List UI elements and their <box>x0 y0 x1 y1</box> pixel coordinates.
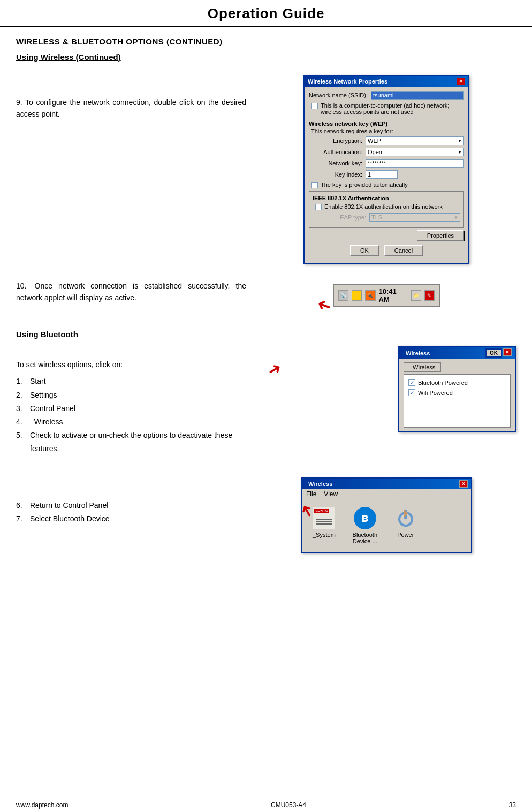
page-title: Operation Guide <box>0 5 532 22</box>
auth-select[interactable]: Open ▼ <box>366 148 464 156</box>
explorer-icons-area: CONFIG _System ʙ BluetoothDevice ... <box>302 499 471 552</box>
taskbar-area: 📡 ⚡ 🔌 10:41 AM 📁 ✎ <box>333 280 440 311</box>
bluetooth-icon: ʙ <box>354 507 376 529</box>
cancel-button[interactable]: Cancel <box>384 245 423 256</box>
bluetooth-left: Using Bluetooth To set wireless options,… <box>16 330 246 456</box>
list-item: 2.Settings <box>16 389 246 402</box>
subsection-bluetooth: Using Bluetooth <box>16 330 246 344</box>
footer-page-number: 33 <box>509 801 516 809</box>
wireless-titlebar-buttons: OK ✕ <box>485 348 512 358</box>
step10-text: 10. Once network connection is establish… <box>16 280 246 304</box>
explorer-titlebar: _Wireless ✕ <box>302 479 471 489</box>
steps-6-7-left: 6.Return to Control Panel 7.Select Bluet… <box>16 477 246 526</box>
eap-row: EAP type: TLS ▼ <box>313 213 460 222</box>
taskbar-icon-2: ⚡ <box>352 290 362 301</box>
bluetooth-powered-label: Bluetooth Powered <box>418 380 468 386</box>
adhoc-checkbox[interactable] <box>311 103 318 109</box>
list-item: 6.Return to Control Panel <box>16 499 246 512</box>
step9-left: 9. To configure the network connection, … <box>16 75 246 269</box>
wifi-powered-label: Wifi Powered <box>418 390 453 396</box>
network-name-label: Network name (SSID): <box>309 92 368 98</box>
dialog-title: Wireless Network Properties <box>308 78 387 85</box>
steps-6-7-section: 6.Return to Control Panel 7.Select Bluet… <box>16 477 516 553</box>
bluetooth-section: Using Bluetooth To set wireless options,… <box>16 330 516 456</box>
wifi-powered-checkbox[interactable]: ✓ <box>408 389 415 396</box>
subsection-wireless-title: Using Wireless (Continued) <box>16 52 121 62</box>
list-item: 1.Start <box>16 375 246 388</box>
explorer-titlebar-buttons: ✕ <box>459 480 468 488</box>
wep-section-label: Wireless network key (WEP) <box>309 118 464 127</box>
key-index-input[interactable]: 1 <box>366 170 398 179</box>
explorer-menubar[interactable]: File View <box>302 489 471 499</box>
footer-website[interactable]: www.daptech.com <box>16 801 68 809</box>
bluetooth-right: _Wireless OK ✕ _Wireless ✓ Bluetooth Pow… <box>257 330 516 432</box>
adhoc-checkbox-label: This is a computer-to-computer (ad hoc) … <box>321 102 464 115</box>
power-icon <box>394 507 417 529</box>
encryption-select[interactable]: WEP ▼ <box>366 136 464 145</box>
wireless-content-area: ✓ Bluetooth Powered ✓ Wifi Powered <box>404 374 511 428</box>
encryption-label: Encryption: <box>309 138 362 144</box>
explorer-close-button[interactable]: ✕ <box>459 480 468 488</box>
bluetooth-device-icon-item[interactable]: ʙ BluetoothDevice ... <box>346 507 384 544</box>
ok-button[interactable]: OK <box>350 245 379 256</box>
dialog-titlebar: Wireless Network Properties ✕ <box>305 76 468 87</box>
step9-section: 9. To configure the network connection, … <box>16 75 516 269</box>
section-title: WIRELESS & BLUETOOTH OPTIONS (CONTINUED) <box>16 37 516 46</box>
list-item: 3.Control Panel <box>16 402 246 415</box>
titlebar-buttons: ✕ <box>457 78 465 85</box>
ieee-section: IEEE 802.1X Authentication Enable 802.1X… <box>309 191 464 228</box>
menu-file[interactable]: File <box>306 490 316 498</box>
auth-arrow: ▼ <box>458 150 462 155</box>
eap-select[interactable]: TLS ▼ <box>369 213 460 222</box>
subsection-bluetooth-title: Using Bluetooth <box>16 330 78 339</box>
menu-view[interactable]: View <box>324 490 338 498</box>
page-footer: www.daptech.com CMU053-A4 33 <box>0 798 532 812</box>
page-header: Operation Guide <box>0 0 532 27</box>
wifi-powered-row: ✓ Wifi Powered <box>408 389 506 396</box>
list-item: 5.Check to activate or un-check the opti… <box>16 429 246 456</box>
power-icon-item[interactable]: Power <box>394 507 417 538</box>
network-key-label: Network key: <box>309 160 362 166</box>
properties-btn-row: Properties <box>309 230 464 241</box>
wireless-dialog-body: _Wireless ✓ Bluetooth Powered ✓ Wifi Pow… <box>399 359 515 431</box>
bottom-spacer <box>16 558 516 601</box>
taskbar-clock: 📡 ⚡ 🔌 10:41 AM 📁 ✎ <box>333 284 440 307</box>
bluetooth-steps-list: 1.Start 2.Settings 3.Control Panel 4._Wi… <box>16 375 246 456</box>
ieee-checkbox-row: Enable 802.1X authentication on this net… <box>313 203 460 210</box>
step10-left: 10. Once network connection is establish… <box>16 275 246 308</box>
auto-key-checkbox-row: The key is provided automatically <box>309 181 464 188</box>
ieee-section-title: IEEE 802.1X Authentication <box>313 195 460 201</box>
step10-right: 📡 ⚡ 🔌 10:41 AM 📁 ✎ <box>257 275 516 311</box>
encryption-row: Encryption: WEP ▼ <box>309 136 464 145</box>
wireless-close-button[interactable]: ✕ <box>503 348 512 356</box>
wireless-ok-button[interactable]: OK <box>485 348 502 358</box>
subsection-wireless: Using Wireless (Continued) <box>16 52 516 67</box>
step10-section: 10. Once network connection is establish… <box>16 275 516 311</box>
auto-key-checkbox[interactable] <box>311 182 318 188</box>
bluetooth-intro-text: To set wireless options, click on: <box>16 359 246 370</box>
bluetooth-device-label: BluetoothDevice ... <box>353 532 377 544</box>
auto-key-label: The key is provided automatically <box>321 181 408 188</box>
network-name-input[interactable]: tsunami <box>371 91 464 100</box>
taskbar-icon-3: 🔌 <box>365 290 375 301</box>
bluetooth-powered-checkbox[interactable]: ✓ <box>408 379 415 386</box>
wireless-small-dialog: _Wireless OK ✕ _Wireless ✓ Bluetooth Pow… <box>398 346 516 432</box>
properties-button[interactable]: Properties <box>417 230 464 241</box>
dialog-buttons: OK Cancel <box>309 245 464 259</box>
steps-6-7-right: _Wireless ✕ File View CONFIG <box>257 477 516 553</box>
explorer-dialog: _Wireless ✕ File View CONFIG <box>301 477 472 553</box>
system-label: _System <box>313 532 336 538</box>
close-button[interactable]: ✕ <box>457 78 465 85</box>
arrow-annotation-2: ➜ <box>264 358 285 381</box>
eap-arrow: ▼ <box>454 215 458 220</box>
key-index-row: Key index: 1 <box>309 170 464 179</box>
config-lines <box>316 519 332 525</box>
taskbar-icon-1: 📡 <box>338 290 348 301</box>
network-key-row: Network key: ******** <box>309 159 464 168</box>
ieee-checkbox[interactable] <box>315 204 322 210</box>
wireless-dialog-titlebar: _Wireless OK ✕ <box>399 347 515 359</box>
power-label: Power <box>397 532 414 538</box>
network-key-input[interactable]: ******** <box>366 159 464 168</box>
wireless-tab[interactable]: _Wireless <box>404 362 441 372</box>
network-name-row: Network name (SSID): tsunami <box>309 91 464 100</box>
